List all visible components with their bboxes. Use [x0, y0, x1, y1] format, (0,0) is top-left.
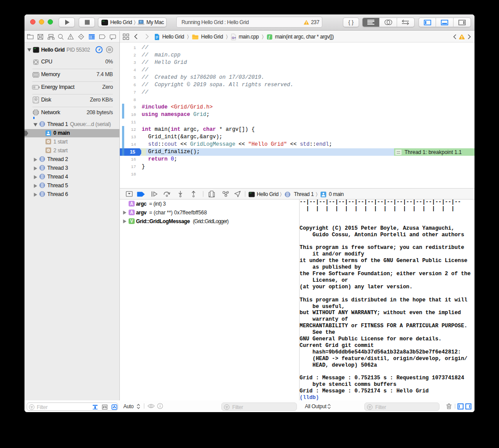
- svg-text:G+: G+: [232, 36, 236, 39]
